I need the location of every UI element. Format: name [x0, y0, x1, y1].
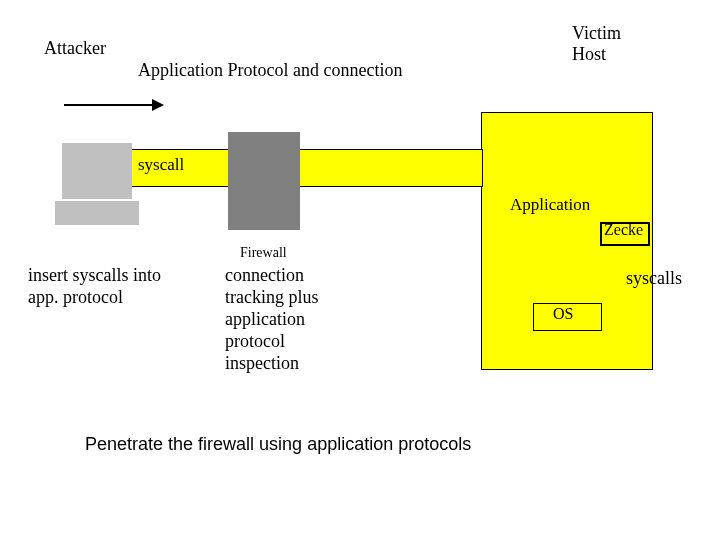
caption-text: Penetrate the firewall using application…: [85, 434, 471, 455]
firewall-desc-1: connection: [225, 265, 304, 286]
insert-syscalls-label-1: insert syscalls into: [28, 265, 161, 286]
firewall-desc-4: protocol: [225, 331, 285, 352]
arrow-head-app: [152, 99, 164, 111]
victim-host-label-2: Host: [572, 44, 606, 65]
syscall-label: syscall: [138, 155, 184, 175]
application-label: Application: [510, 195, 590, 215]
insert-syscalls-label-2: app. protocol: [28, 287, 123, 308]
victim-host-label-1: Victim: [572, 23, 621, 44]
attacker-monitor: [62, 143, 132, 199]
firewall-desc-5: inspection: [225, 353, 299, 374]
arrow-line-app: [64, 104, 152, 106]
syscalls-label: syscalls: [626, 268, 682, 289]
attacker-base: [55, 201, 139, 225]
zecke-label: Zecke: [604, 221, 643, 239]
firewall-desc-2: tracking plus: [225, 287, 318, 308]
firewall-label: Firewall: [240, 245, 287, 261]
app-protocol-label: Application Protocol and connection: [138, 60, 402, 81]
firewall-desc-3: application: [225, 309, 305, 330]
attacker-label: Attacker: [44, 38, 106, 59]
firewall-box: [228, 132, 300, 230]
os-label: OS: [553, 305, 573, 323]
